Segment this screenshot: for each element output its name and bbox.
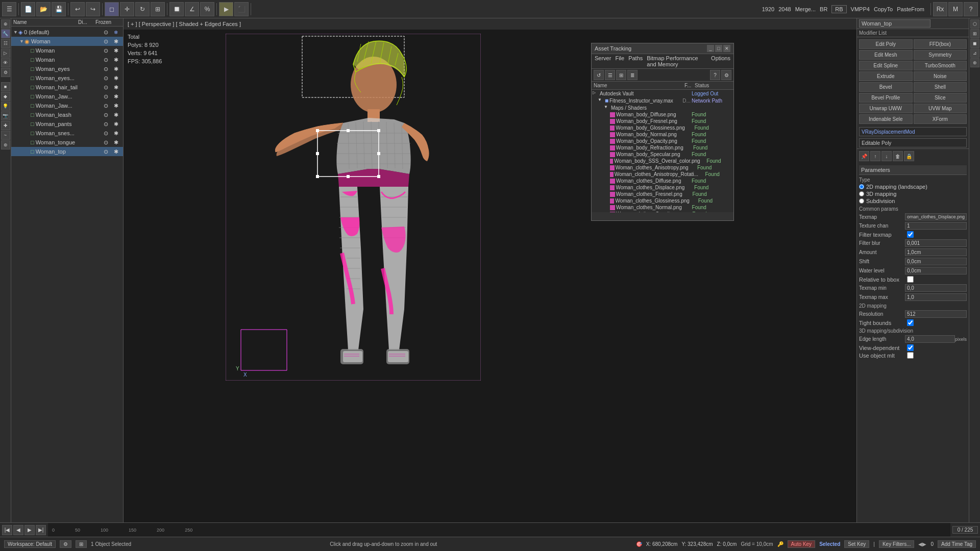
vis-1[interactable]: ⊙: [101, 38, 111, 45]
add-time-tag-btn[interactable]: Add Time Tag: [938, 540, 976, 548]
symmetry-btn[interactable]: Symmetry: [914, 50, 967, 60]
angle-snap-btn[interactable]: ∠: [185, 2, 199, 16]
settings-btn-sb[interactable]: ⚙: [60, 540, 71, 548]
vis-11[interactable]: ⊙: [101, 130, 111, 137]
asset-file-1[interactable]: Woman_body_Fresnel.png Found: [592, 118, 733, 124]
asset-maximize-btn[interactable]: □: [715, 45, 722, 52]
asset-settings-btn[interactable]: ⚙: [721, 70, 731, 80]
shift-input[interactable]: [905, 258, 967, 265]
freeze-11[interactable]: ✱: [111, 130, 121, 137]
helpers-btn[interactable]: ✚: [1, 121, 10, 130]
texmap-max-input[interactable]: [905, 293, 967, 301]
auto-key-btn[interactable]: Auto Key: [788, 540, 816, 548]
timeline-track[interactable]: 0 50 100 150 200 250: [48, 523, 950, 537]
vis-2[interactable]: ⊙: [101, 47, 111, 54]
tree-item-woman-jaw1[interactable]: □ Woman_Jaw... ⊙ ✱: [11, 92, 123, 101]
asset-file-8[interactable]: Woman_clothes_Anisotropy.png Found: [592, 164, 733, 171]
rt-btn-5[interactable]: ⊛: [970, 58, 979, 67]
relative-bbox-checkbox[interactable]: [907, 276, 914, 283]
asset-scrollbar[interactable]: [592, 212, 733, 220]
modifier-name-input[interactable]: Woman_top: [859, 19, 930, 28]
undo-btn[interactable]: ↩: [70, 2, 85, 16]
asset-file-0[interactable]: Woman_body_Diffuse.png Found: [592, 111, 733, 118]
tree-item-woman-eyes[interactable]: □ Woman_eyes ⊙ ✱: [11, 64, 123, 73]
shell-btn[interactable]: Shell: [914, 82, 967, 92]
vis-10[interactable]: ⊙: [101, 120, 111, 128]
asset-file-2[interactable]: Woman_body_Glossiness.png Found: [592, 124, 733, 131]
workspace-selector[interactable]: Workspace: Default: [4, 540, 56, 548]
timeline-start-btn[interactable]: |◀: [2, 525, 12, 535]
spacewarps-btn[interactable]: ~: [1, 131, 10, 140]
rt-btn-3[interactable]: ◼: [970, 39, 979, 48]
texmap-min-input[interactable]: [905, 284, 967, 292]
new-btn[interactable]: 📄: [21, 2, 35, 16]
noise-btn[interactable]: Noise: [914, 71, 967, 81]
menu-icon[interactable]: ☰: [2, 2, 16, 16]
asset-minimize-btn[interactable]: _: [707, 45, 714, 52]
asset-root-vault[interactable]: ▷ Autodesk Vault Logged Out: [592, 90, 733, 97]
lights-btn[interactable]: 💡: [1, 102, 10, 111]
expand-icon-0[interactable]: ▼: [13, 30, 18, 35]
bevel-profile-btn[interactable]: Bevel Profile: [859, 93, 913, 103]
render-btn[interactable]: ▶: [219, 2, 233, 16]
freeze-6[interactable]: ✱: [111, 84, 121, 91]
tree-item-woman-jaw2[interactable]: □ Woman_Jaw... ⊙ ✱: [11, 101, 123, 110]
maxscript-btn[interactable]: M: [948, 2, 963, 16]
freeze-10[interactable]: ✱: [111, 120, 121, 128]
geo-btn[interactable]: ■: [1, 82, 10, 91]
save-btn[interactable]: 💾: [52, 2, 66, 16]
modify-btn[interactable]: 🔧: [1, 29, 10, 38]
cameras-btn[interactable]: 📷: [1, 111, 10, 120]
ffd-box-btn[interactable]: FFD(box): [914, 39, 967, 49]
asset-file-12[interactable]: Woman_clothes_Fresnel.png Found: [592, 191, 733, 197]
vis-4[interactable]: ⊙: [101, 65, 111, 72]
script-btn[interactable]: Rx: [933, 2, 947, 16]
asset-file-10[interactable]: Woman_clothes_Diffuse.png Found: [592, 178, 733, 184]
scale-btn[interactable]: ⊞: [151, 2, 165, 16]
asset-menu-bitmap[interactable]: Bitmap Performance and Memory: [647, 55, 707, 67]
asset-file-14[interactable]: Woman_clothes_Normal.png Found: [592, 204, 733, 211]
texmap-input[interactable]: [905, 213, 967, 220]
use-obj-mlt-checkbox[interactable]: [907, 352, 914, 359]
rt-btn-4[interactable]: ⊿: [970, 48, 979, 58]
vis-6[interactable]: ⊙: [101, 84, 111, 91]
frame-input[interactable]: [952, 526, 978, 534]
xform-btn[interactable]: XForm: [914, 114, 967, 124]
freeze-8[interactable]: ✱: [111, 102, 121, 109]
edit-mesh-btn[interactable]: Edit Mesh: [859, 50, 913, 60]
snap-btn[interactable]: 🔲: [169, 2, 184, 16]
set-key-btn[interactable]: Set Key: [844, 540, 869, 548]
vis-5[interactable]: ⊙: [101, 74, 111, 82]
shapes-btn[interactable]: ◆: [1, 92, 10, 101]
bevel-btn[interactable]: Bevel: [859, 82, 913, 92]
freeze-3[interactable]: ✱: [111, 56, 121, 63]
open-btn[interactable]: 📂: [36, 2, 51, 16]
render-frame-btn[interactable]: ⬛: [234, 2, 249, 16]
motion-btn[interactable]: ▷: [1, 48, 10, 58]
asset-grid-btn[interactable]: ⊞: [616, 70, 626, 80]
radio-3d-input[interactable]: [859, 191, 864, 196]
copyto-btn[interactable]: CopyTo: [874, 6, 893, 12]
asset-file-9[interactable]: Woman_clothes_Anisotropy_Rotati... Found: [592, 171, 733, 178]
expand-icon-1[interactable]: ▼: [19, 39, 24, 44]
asset-detail-btn[interactable]: ≣: [627, 70, 638, 80]
freeze-2[interactable]: ✱: [111, 47, 121, 54]
edit-poly-btn[interactable]: Edit Poly: [859, 39, 913, 49]
rotate-btn[interactable]: ↻: [135, 2, 150, 16]
timeline-prev-btn[interactable]: ◀: [13, 525, 23, 535]
uvw-map-btn[interactable]: UVW Map: [914, 104, 967, 113]
tree-item-woman-eyes2[interactable]: □ Woman_eyes... ⊙ ✱: [11, 73, 123, 83]
asset-menu-options[interactable]: Options: [711, 55, 730, 67]
freeze-1[interactable]: ✱: [111, 38, 121, 45]
vis-12[interactable]: ⊙: [101, 139, 111, 146]
asset-menu-file[interactable]: File: [615, 55, 624, 67]
viewport[interactable]: [ + ] [ Perspective ] [ Shaded + Edged F…: [124, 18, 856, 522]
timeline-next-btn[interactable]: ▶|: [36, 525, 46, 535]
asset-help-btn[interactable]: ?: [710, 70, 720, 80]
asset-close-btn[interactable]: ✕: [723, 45, 730, 52]
mod-lock-btn[interactable]: 🔒: [904, 151, 914, 161]
timeline-play-btn[interactable]: ▶: [24, 525, 35, 535]
radio-subdiv-input[interactable]: [859, 198, 864, 204]
freeze-4[interactable]: ✱: [111, 65, 121, 72]
asset-file-15[interactable]: Woman_clothes_Opacity.png Found: [592, 211, 733, 212]
